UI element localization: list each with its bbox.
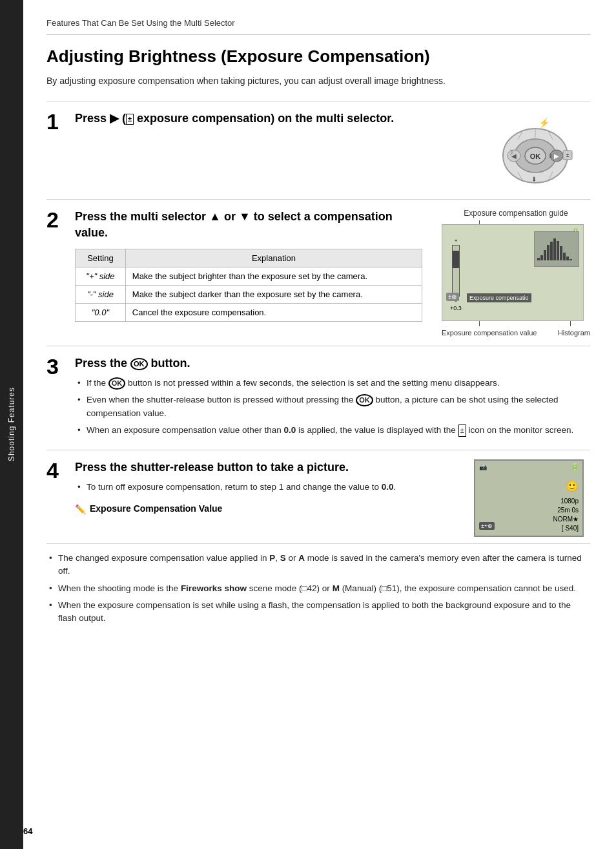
bullet-item: When the shooting mode is the Fireworks … [46,582,590,595]
svg-rect-22 [544,250,546,260]
ok-icon-inline-1: OK [108,377,126,390]
step-4-right: 📷 🔋 🙂 1080p 25m 0s NORM★ [ S40] [474,459,590,537]
table-row: "+" side Make the subject brighter than … [76,267,422,286]
step-4-body: Press the shutter-release button to take… [75,459,590,537]
intro-text: By adjusting exposure compensation when … [46,74,590,88]
exp-comp-icon-inline: ± [458,424,466,437]
page-title: Adjusting Brightness (Exposure Compensat… [46,47,590,67]
exp-bar-scale [452,245,460,297]
step-2-screen-area: Exposure compensation guide 🔋 [442,209,590,337]
svg-rect-20 [537,258,540,260]
svg-rect-29 [566,257,569,260]
step-3-number: 3 [46,355,75,441]
svg-text:⚡: ⚡ [539,118,550,129]
vf-info: 🙂 [566,479,579,494]
step-1-image: ⚡ OK ▶ ◀ [461,110,590,190]
svg-rect-23 [547,245,549,260]
svg-rect-21 [540,255,543,260]
step-4-title: Press the shutter-release button to take… [75,459,461,476]
bullet-item: When the exposure compensation is set wh… [46,599,590,625]
explanation-zero: Cancel the exposure compensation. [125,304,422,322]
screen-wrapper: 🔋 + - +0.3 [442,220,590,337]
exp-comp-label-screen: Exposure compensatio [467,293,531,302]
svg-rect-24 [550,242,553,260]
setting-minus: "-" side [76,286,126,304]
page-number: 64 [23,826,32,836]
svg-rect-27 [560,246,562,260]
step-2-body: Press the multi selector ▲ or ▼ to selec… [75,209,590,337]
exp-icon-area: ±⊕ [446,293,459,301]
explanation-plus: Make the subject brighter than the expos… [125,267,422,286]
histogram-area [534,231,579,267]
note-box: ✏️ Exposure Compensation Value [75,503,461,514]
vf-battery-icon: 🔋 [571,463,579,470]
step-3: 3 Press the OK button. If the OK button … [46,355,590,441]
col-explanation: Explanation [125,249,422,267]
bottom-bullets: The changed exposure compensation value … [46,552,590,625]
table-row: "-" side Make the subject darker than th… [76,286,422,304]
bullet-item: If the OK button is not pressed within a… [75,377,590,390]
main-content: Features That Can Be Set Using the Multi… [23,0,616,849]
vf-exp-icon: ±+⊕ [479,522,495,530]
setting-zero: "0.0" [76,304,126,322]
step-2-number: 2 [46,209,75,337]
svg-text:⬇: ⬇ [531,176,537,183]
svg-text:±: ± [566,152,570,158]
step-4-layout: Press the shutter-release button to take… [75,459,590,537]
sidebar: Shooting Features [0,0,23,849]
ok-icon-inline-2: OK [356,394,373,406]
vf-resolution: 1080p [553,497,579,506]
histogram-svg [535,232,579,263]
col-setting: Setting [76,249,126,267]
svg-text:▶: ▶ [554,152,559,160]
step-1: 1 Press ▶ (± exposure compensation) on t… [46,110,590,190]
vf-bottom-left: ±+⊕ [479,522,495,529]
ok-button-icon: OK [130,358,148,370]
vf-time: 25m 0s [553,506,579,515]
exp-value: +0.3 [446,305,466,311]
svg-rect-30 [570,259,572,260]
svg-text:☽: ☽ [508,149,513,156]
step-2: 2 Press the multi selector ▲ or ▼ to sel… [46,209,590,337]
histogram-label: Histogram [558,329,590,337]
note-pencil-icon: ✏️ [75,504,86,514]
svg-rect-25 [553,238,556,260]
bottom-section: The changed exposure compensation value … [46,543,590,625]
vf-quality: NORM★ [553,515,579,524]
svg-rect-28 [563,253,566,260]
step-1-number: 1 [46,110,75,190]
viewfinder: 📷 🔋 🙂 1080p 25m 0s NORM★ [ S40] [474,459,584,537]
bullet-item: To turn off exposure compensation, retur… [75,481,461,494]
note-title: Exposure Compensation Value [90,503,222,514]
step-1-title: Press ▶ (± exposure compensation) on the… [75,110,448,127]
exp-bar-area: + - +0.3 [446,238,466,296]
svg-text:OK: OK [530,152,541,160]
settings-table: Setting Explanation "+" side Make the su… [75,249,422,322]
screen-bottom-labels: Exposure compensation value Histogram [442,329,590,337]
vf-top-row: 📷 🔋 [475,461,582,470]
sidebar-label: Shooting Features [7,387,16,461]
step-1-body: Press ▶ (± exposure compensation) on the… [75,110,590,190]
svg-rect-26 [557,241,559,260]
guide-label: Exposure compensation guide [442,209,590,218]
vf-face-icon: 🙂 [566,479,579,494]
table-row: "0.0" Cancel the exposure compensation. [76,304,422,322]
vf-camera-icon: 📷 [479,463,487,470]
exp-comp-icon-1: ± [126,114,134,125]
step-2-title: Press the multi selector ▲ or ▼ to selec… [75,209,422,241]
step-4-bullets: To turn off exposure compensation, retur… [75,481,461,494]
step-4: 4 Press the shutter-release button to ta… [46,459,590,537]
bullet-item: The changed exposure compensation value … [46,552,590,578]
breadcrumb: Features That Can Be Set Using the Multi… [46,18,590,35]
step-3-title: Press the OK button. [75,355,590,372]
bullet-item: When an exposure compensation value othe… [75,424,590,437]
bullet-item: Even when the shutter-release button is … [75,393,590,420]
step-4-number: 4 [46,459,75,537]
camera-dial-svg: ⚡ OK ▶ ◀ [461,117,584,188]
step-3-body: Press the OK button. If the OK button is… [75,355,590,441]
exp-comp-value-label: Exposure compensation value [442,329,537,337]
step-2-table-area: Press the multi selector ▲ or ▼ to selec… [75,209,422,322]
vf-value: [ S40] [553,524,579,533]
explanation-minus: Make the subject darker than the exposur… [125,286,422,304]
step-4-left: Press the shutter-release button to take… [75,459,461,520]
